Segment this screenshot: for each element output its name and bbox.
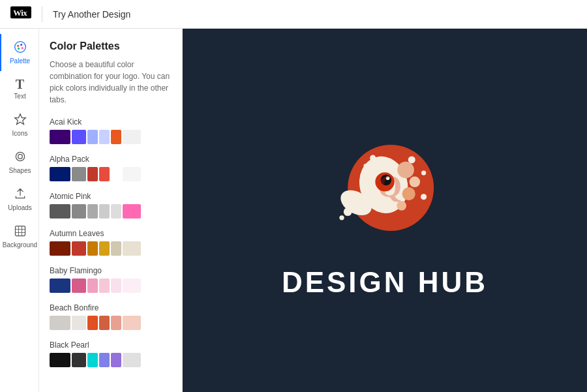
sidebar-text-label: Text <box>14 93 25 100</box>
palette-name: Alpha Pack <box>50 155 182 164</box>
color-swatch <box>123 241 141 256</box>
shapes-icon <box>14 150 27 165</box>
svg-point-24 <box>370 155 376 160</box>
color-swatch <box>50 279 70 293</box>
palette-panel: Color Palettes Choose a beautiful color … <box>39 29 183 392</box>
palette-swatches <box>50 130 182 144</box>
palette-swatches <box>50 316 182 330</box>
icons-icon <box>14 113 27 128</box>
palette-name: Beach Bonfire <box>50 303 182 312</box>
svg-point-27 <box>421 170 426 175</box>
svg-point-25 <box>363 163 367 167</box>
svg-point-2 <box>14 42 25 53</box>
palette-item[interactable]: Autumn Leaves <box>50 229 182 256</box>
sidebar-icons-label: Icons <box>12 130 28 137</box>
sidebar-item-text[interactable]: T Text <box>0 71 38 106</box>
palette-description: Choose a beautiful color combination for… <box>50 59 172 106</box>
preview-area: Q DESIGN HUB <box>183 29 587 392</box>
color-swatch <box>99 316 110 330</box>
svg-text:Wix: Wix <box>13 8 27 18</box>
svg-marker-7 <box>14 114 25 125</box>
color-swatch <box>87 316 98 330</box>
svg-point-6 <box>17 48 19 50</box>
color-swatch <box>111 167 121 181</box>
color-swatch <box>72 167 86 181</box>
palette-name: Autumn Leaves <box>50 229 182 238</box>
color-swatch <box>99 130 110 144</box>
svg-point-23 <box>339 215 344 220</box>
palette-swatches <box>50 241 182 256</box>
palette-name: Atomic Pink <box>50 192 182 201</box>
color-swatch <box>72 241 86 256</box>
uploads-icon <box>14 187 27 202</box>
try-another-button[interactable]: Try Another Design <box>53 9 130 20</box>
topbar-divider <box>42 7 42 22</box>
palette-item[interactable]: Alpha Pack <box>50 155 182 181</box>
logo-graphic: Q <box>313 123 457 253</box>
palette-item[interactable]: Acai Kick <box>50 117 182 144</box>
sidebar-item-palette[interactable]: Palette <box>0 34 38 71</box>
color-swatch <box>72 130 86 144</box>
sidebar-uploads-label: Uploads <box>8 204 32 211</box>
palette-item[interactable]: Beach Bonfire <box>50 303 182 330</box>
svg-rect-10 <box>15 226 25 236</box>
color-swatch <box>87 130 98 144</box>
color-swatch <box>123 316 141 330</box>
svg-point-26 <box>408 156 415 163</box>
svg-point-8 <box>16 152 24 160</box>
sidebar-item-background[interactable]: Background <box>0 218 38 255</box>
svg-point-5 <box>21 47 23 49</box>
logo-title: DESIGN HUB <box>282 266 488 299</box>
color-swatch <box>99 204 110 219</box>
icon-sidebar: Palette T Text Icons Shapes <box>0 29 39 392</box>
palette-item[interactable]: Black Pearl <box>50 340 182 367</box>
svg-point-22 <box>344 207 352 216</box>
svg-point-18 <box>410 176 421 187</box>
color-swatch <box>50 167 70 181</box>
color-swatch <box>50 353 70 367</box>
palette-name: Acai Kick <box>50 117 182 127</box>
palette-icon <box>14 40 27 55</box>
color-swatch <box>99 353 110 367</box>
sidebar-item-icons[interactable]: Icons <box>0 106 38 143</box>
palette-title: Color Palettes <box>50 40 172 52</box>
sidebar-shapes-label: Shapes <box>9 167 31 174</box>
sidebar-item-shapes[interactable]: Shapes <box>0 143 38 181</box>
color-swatch <box>50 241 70 256</box>
color-swatch <box>123 130 141 144</box>
sidebar-background-label: Background <box>3 241 37 249</box>
color-swatch <box>111 353 121 367</box>
palette-item[interactable]: Atomic Pink <box>50 192 182 219</box>
color-swatch <box>87 353 98 367</box>
palette-swatches <box>50 167 182 181</box>
preview-content: Q DESIGN HUB <box>282 123 488 299</box>
color-swatch <box>50 316 70 330</box>
color-swatch <box>99 167 110 181</box>
color-swatch <box>99 241 110 256</box>
color-swatch <box>123 353 141 367</box>
color-swatch <box>111 130 121 144</box>
color-swatch <box>72 353 86 367</box>
palette-name: Black Pearl <box>50 340 182 350</box>
color-swatch <box>50 130 70 144</box>
svg-point-28 <box>421 194 427 200</box>
wix-logo: Wix <box>10 6 31 22</box>
text-icon: T <box>16 78 24 91</box>
color-swatch <box>87 279 98 293</box>
palette-name: Baby Flamingo <box>50 266 182 275</box>
color-swatch <box>87 241 98 256</box>
color-swatch <box>72 279 86 293</box>
sidebar-item-uploads[interactable]: Uploads <box>0 181 38 218</box>
sidebar-palette-label: Palette <box>10 57 30 65</box>
palette-list[interactable]: Acai KickAlpha PackAtomic PinkAutumn Lea… <box>39 112 182 392</box>
color-swatch <box>87 204 98 219</box>
color-swatch <box>111 279 121 293</box>
color-swatch <box>123 167 141 181</box>
palette-header: Color Palettes Choose a beautiful color … <box>39 29 182 112</box>
main-content: Palette T Text Icons Shapes <box>0 29 587 392</box>
svg-point-19 <box>402 187 415 200</box>
palette-swatches <box>50 204 182 219</box>
palette-item[interactable]: Baby Flamingo <box>50 266 182 293</box>
color-swatch <box>111 204 121 219</box>
color-swatch <box>111 316 121 330</box>
